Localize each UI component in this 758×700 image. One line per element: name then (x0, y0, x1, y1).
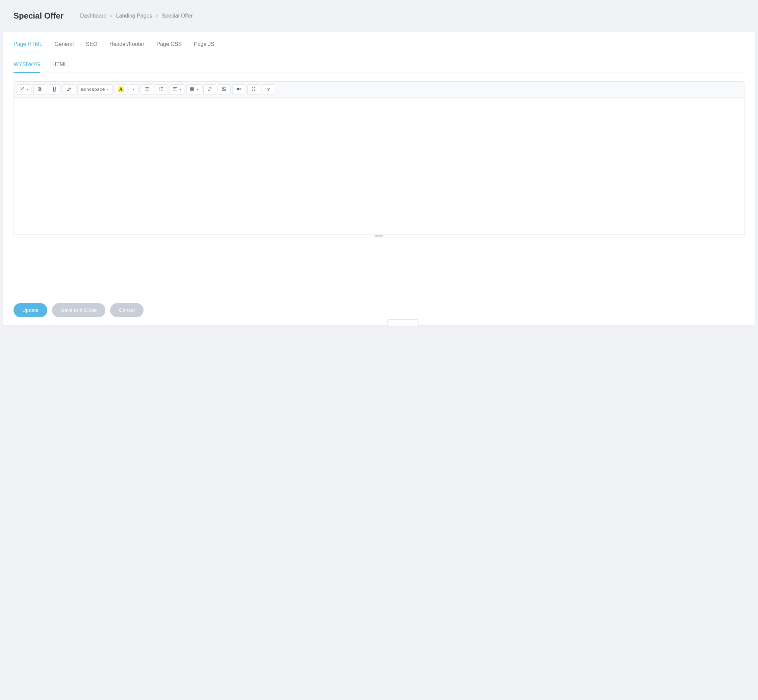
subtab-html[interactable]: HTML (52, 61, 67, 73)
save-and-close-button[interactable]: Save and Close (52, 303, 105, 317)
bold-button[interactable]: B (33, 84, 46, 94)
caret-down-icon: ▾ (197, 88, 198, 91)
table-dropdown[interactable]: ▾ (186, 84, 201, 94)
editor-content-area[interactable] (14, 98, 744, 234)
svg-text:3: 3 (159, 89, 160, 91)
subtab-wysiwyg[interactable]: WYSIWYG (14, 61, 40, 73)
svg-rect-15 (161, 88, 163, 89)
link-button[interactable] (204, 84, 216, 94)
wysiwyg-editor: ▾ B U monospace (14, 81, 744, 238)
tab-page-js[interactable]: Page JS (194, 41, 214, 53)
primary-tabs: Page HTML General SEO Header/Footer Page… (14, 32, 744, 53)
font-family-label: monospace (81, 87, 105, 92)
help-button[interactable]: ? (262, 84, 275, 94)
svg-rect-26 (222, 87, 226, 90)
svg-point-10 (145, 90, 146, 91)
svg-rect-19 (173, 88, 176, 89)
text-color-button[interactable]: A (114, 84, 127, 94)
tab-page-css[interactable]: Page CSS (157, 41, 182, 53)
update-button[interactable]: Update (14, 303, 47, 317)
tab-seo[interactable]: SEO (86, 41, 97, 53)
svg-point-6 (145, 87, 146, 88)
tab-general[interactable]: General (54, 41, 74, 53)
style-dropdown[interactable]: ▾ (17, 84, 31, 94)
table-icon (190, 86, 194, 92)
underline-button[interactable]: U (48, 84, 61, 94)
video-icon (236, 86, 241, 92)
secondary-tabs: WYSIWYG HTML (14, 53, 744, 73)
fullscreen-icon (251, 86, 256, 92)
svg-point-2 (20, 88, 21, 88)
breadcrumb: Dashboard > Landing Pages > Special Offe… (73, 13, 193, 19)
align-left-icon (172, 86, 178, 92)
svg-point-3 (22, 87, 22, 87)
content-card: Page HTML General SEO Header/Footer Page… (3, 32, 755, 325)
svg-rect-7 (146, 88, 149, 88)
svg-rect-13 (161, 88, 163, 88)
paragraph-align-dropdown[interactable]: ▾ (169, 84, 185, 94)
breadcrumb-current: Special Offer (161, 13, 193, 19)
svg-rect-9 (146, 88, 149, 89)
tab-page-html[interactable]: Page HTML (14, 41, 42, 53)
magic-wand-icon (20, 86, 25, 92)
action-footer: Update Save and Close Cancel (3, 295, 755, 325)
svg-point-4 (23, 89, 24, 89)
text-color-icon: A (118, 86, 124, 92)
caret-down-icon: ▾ (133, 88, 135, 91)
svg-point-8 (145, 88, 146, 89)
list-ul-icon (144, 86, 149, 92)
eraser-icon (67, 86, 72, 92)
svg-rect-28 (237, 88, 240, 90)
underline-icon: U (53, 86, 56, 92)
breadcrumb-landing-pages[interactable]: Landing Pages (116, 13, 152, 19)
image-icon (222, 86, 227, 92)
image-button[interactable] (218, 84, 231, 94)
unordered-list-button[interactable] (141, 84, 153, 94)
help-icon: ? (267, 87, 270, 92)
video-button[interactable] (232, 84, 245, 94)
text-color-dropdown[interactable]: ▾ (129, 84, 138, 94)
grip-icon (374, 235, 384, 237)
svg-rect-18 (173, 87, 177, 88)
caret-down-icon: ▾ (180, 88, 182, 91)
ordered-list-button[interactable]: 123 (155, 84, 168, 94)
link-icon (207, 86, 212, 92)
chevron-right-icon: > (110, 13, 113, 19)
svg-rect-11 (146, 90, 149, 91)
editor-resize-handle[interactable] (14, 234, 744, 238)
caret-down-icon: ▾ (27, 88, 28, 91)
svg-line-1 (23, 87, 23, 88)
svg-rect-20 (173, 90, 177, 91)
editor-toolbar: ▾ B U monospace (14, 82, 744, 98)
page-header: Special Offer Dashboard > Landing Pages … (3, 3, 755, 32)
clear-format-button[interactable] (63, 84, 75, 94)
font-family-dropdown[interactable]: monospace ▾ (77, 84, 113, 94)
caret-down-icon: ▾ (107, 88, 108, 91)
cancel-button[interactable]: Cancel (110, 303, 144, 317)
page-title: Special Offer (14, 10, 73, 22)
breadcrumb-dashboard[interactable]: Dashboard (80, 13, 106, 19)
bold-icon: B (38, 86, 42, 92)
svg-rect-17 (161, 90, 163, 91)
tab-header-footer[interactable]: Header/Footer (110, 41, 144, 53)
chevron-right-icon: > (155, 13, 158, 19)
svg-line-0 (20, 88, 23, 91)
list-ol-icon: 123 (159, 86, 164, 92)
svg-rect-21 (190, 87, 194, 90)
floating-widget[interactable] (387, 319, 418, 326)
fullscreen-button[interactable] (247, 84, 260, 94)
